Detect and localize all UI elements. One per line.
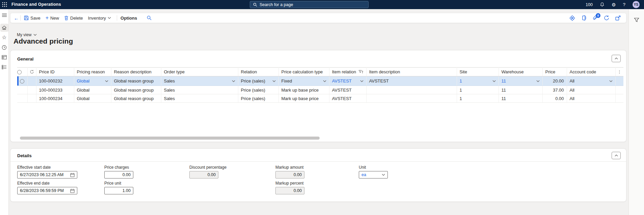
cell-price[interactable]: 0.00 — [542, 94, 567, 103]
cell-order-type[interactable]: Sales — [161, 76, 238, 86]
item-relation-value[interactable]: AVSTEST — [332, 78, 352, 83]
cell-reason-description[interactable]: Global reason group — [111, 94, 161, 103]
cell-pricing-reason[interactable]: Global — [74, 94, 111, 103]
chevron-down-icon[interactable] — [492, 80, 496, 82]
cell-site[interactable]: 1 — [457, 86, 499, 94]
calendar-icon[interactable] — [70, 173, 75, 177]
column-header-pricing-reason[interactable]: Pricing reason — [74, 68, 111, 76]
modules-nav-button[interactable] — [0, 63, 8, 71]
chevron-down-icon[interactable] — [609, 80, 613, 82]
chevron-down-icon[interactable] — [360, 80, 364, 82]
cell-item-description[interactable] — [366, 86, 457, 94]
cell-price-id[interactable]: 100-000232 — [36, 76, 74, 86]
expand-menu-button[interactable] — [0, 11, 8, 19]
price-unit-input[interactable]: 1.00 — [104, 187, 133, 194]
cell-account-code[interactable]: All — [567, 86, 615, 94]
cell-price-calculation-type[interactable]: Mark up base price — [278, 94, 329, 103]
calendar-icon[interactable] — [70, 189, 75, 193]
chevron-down-icon[interactable] — [272, 80, 276, 82]
workspaces-nav-button[interactable] — [0, 53, 8, 61]
cell-site[interactable]: 1 — [457, 94, 499, 103]
pricing-reason-value[interactable]: Global — [77, 78, 90, 83]
unit-select[interactable]: ea — [359, 171, 388, 178]
user-avatar[interactable]: YS — [633, 1, 640, 8]
cell-warehouse[interactable]: 11 — [499, 76, 542, 86]
cell-price[interactable]: 20.00 — [542, 76, 567, 86]
column-header-relation[interactable]: Relation — [238, 68, 278, 76]
cell-price-calculation-type[interactable]: Fixed — [278, 76, 329, 86]
home-nav-button[interactable] — [0, 24, 8, 32]
effective-start-date-input[interactable]: 6/27/2023 06:12:25 AM — [17, 171, 77, 178]
back-button[interactable]: ← — [14, 15, 19, 21]
chevron-down-icon[interactable] — [536, 80, 540, 82]
cell-order-type[interactable]: Sales — [161, 86, 238, 94]
account-code-value[interactable]: All — [570, 78, 574, 83]
column-header-price-calculation-type[interactable]: Price calculation type — [278, 68, 329, 76]
column-header-account-code[interactable]: Account code — [567, 68, 615, 76]
inventory-menu-button[interactable]: Inventory — [88, 16, 111, 21]
save-button[interactable]: Save — [24, 16, 41, 21]
cell-warehouse[interactable]: 11 — [499, 94, 542, 103]
relation-value[interactable]: Price (sales) — [241, 78, 265, 83]
column-header-reason-description[interactable]: Reason description — [111, 68, 161, 76]
refresh-icon[interactable] — [604, 15, 609, 21]
open-in-new-window-icon[interactable] — [615, 16, 621, 21]
cell-account-code[interactable]: All — [567, 94, 615, 103]
cell-reason-description[interactable]: Global reason group — [111, 86, 161, 94]
dynamics-365-icon[interactable] — [581, 15, 587, 21]
cell-relation[interactable]: Price (sales) — [238, 94, 278, 103]
cell-relation[interactable]: Price (sales) — [238, 86, 278, 94]
cell-item-description[interactable] — [366, 94, 457, 103]
collapse-details-button[interactable] — [612, 152, 621, 159]
toolbar-search-button[interactable] — [147, 16, 152, 20]
filter-pane-button[interactable] — [633, 16, 641, 24]
table-row-selected[interactable]: 100-000232 Global Global reason group Sa… — [17, 76, 623, 86]
new-button[interactable]: + New — [46, 15, 59, 21]
page-search-box[interactable]: Search for a page — [250, 1, 369, 8]
recents-nav-button[interactable] — [0, 43, 8, 51]
cell-pricing-reason[interactable]: Global — [74, 86, 111, 94]
column-header-price-id[interactable]: Price ID — [36, 68, 74, 76]
notifications-bell-icon[interactable] — [600, 2, 605, 7]
column-header-item-description[interactable]: Item description — [366, 68, 457, 76]
cell-price-id[interactable]: 100-000233 — [36, 86, 74, 94]
cell-warehouse[interactable]: 11 — [499, 86, 542, 94]
settings-gear-icon[interactable]: ⚙ — [612, 2, 616, 7]
order-type-value[interactable]: Sales — [164, 78, 175, 83]
table-row[interactable]: 100-000233 Global Global reason group Sa… — [17, 86, 623, 94]
column-header-order-type[interactable]: Order type — [161, 68, 238, 76]
cell-item-description[interactable]: AVSTEST — [366, 76, 457, 86]
collapse-general-button[interactable] — [612, 55, 621, 62]
cell-pricing-reason[interactable]: Global — [74, 76, 111, 86]
help-icon[interactable]: ? — [623, 2, 625, 7]
effective-end-date-input[interactable]: 6/28/2023 06:59:59 PM — [17, 187, 77, 194]
row-select-cell[interactable] — [17, 86, 27, 94]
chevron-down-icon[interactable] — [323, 80, 326, 82]
favorites-nav-button[interactable]: ☆ — [0, 33, 8, 42]
cell-order-type[interactable]: Sales — [161, 94, 238, 103]
horizontal-scrollbar[interactable] — [20, 137, 320, 140]
column-header-site[interactable]: Site — [457, 68, 499, 76]
price-calculation-type-value[interactable]: Fixed — [281, 78, 292, 83]
cell-price-calculation-type[interactable]: Mark up base price — [278, 86, 329, 94]
row-select-cell[interactable] — [17, 76, 27, 86]
column-header-item-relation[interactable]: Item relation — [329, 68, 366, 76]
chevron-down-icon[interactable] — [382, 174, 385, 176]
chevron-down-icon[interactable] — [105, 80, 108, 82]
column-header-warehouse[interactable]: Warehouse — [499, 68, 542, 76]
power-apps-icon[interactable] — [569, 15, 575, 21]
cell-item-relation[interactable]: AVSTEST — [329, 86, 366, 94]
view-selector[interactable]: My view — [17, 32, 37, 37]
grid-more-options[interactable]: ⋮ — [615, 68, 623, 76]
cell-site[interactable]: 1 — [457, 76, 499, 86]
app-launcher-waffle-icon[interactable] — [0, 0, 9, 9]
column-header-price[interactable]: Price — [542, 68, 567, 76]
chevron-down-icon[interactable] — [232, 80, 235, 82]
price-charges-input[interactable]: 0.00 — [104, 171, 133, 178]
cell-relation[interactable]: Price (sales) — [238, 76, 278, 86]
options-tab[interactable]: Options — [120, 16, 137, 21]
delete-button[interactable]: Delete — [64, 16, 83, 21]
cell-reason-description[interactable]: Global reason group — [111, 76, 161, 86]
attachments-button[interactable]: 0 — [593, 15, 598, 21]
cell-item-relation[interactable]: AVSTEST — [329, 94, 366, 103]
